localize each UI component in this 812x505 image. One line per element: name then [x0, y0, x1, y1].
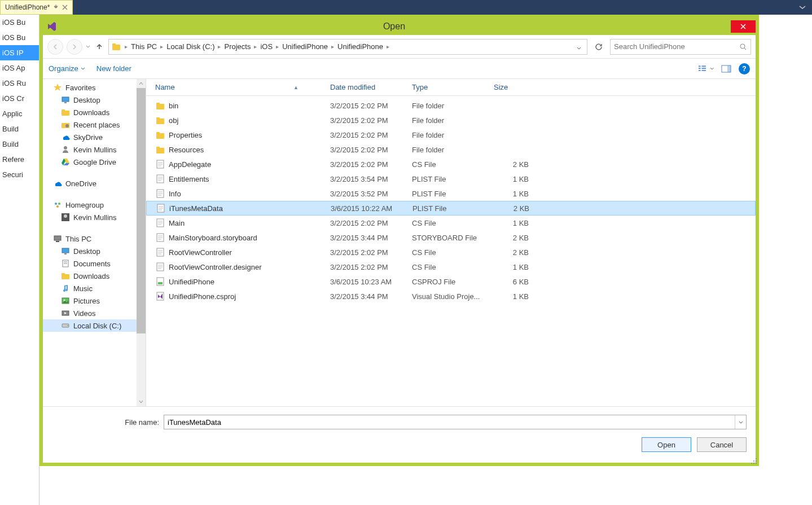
- file-row[interactable]: iTunesMetaData3/6/2015 10:22 AMPLIST Fil…: [146, 201, 756, 216]
- search-input[interactable]: [614, 42, 739, 51]
- dialog-bottom-bar: File name: Open Cancel: [43, 406, 756, 463]
- forward-button[interactable]: [67, 39, 82, 55]
- tree-group-header[interactable]: This PC: [43, 232, 146, 245]
- vs-sidebar-item[interactable]: Build: [0, 121, 39, 137]
- file-row[interactable]: UnifiediPhone.csproj3/2/2015 3:44 PMVisu…: [146, 289, 756, 304]
- search-box[interactable]: [610, 39, 751, 55]
- chevron-right-icon[interactable]: ▸: [330, 43, 335, 50]
- breadcrumb-segment[interactable]: UnifiediPhone: [335, 42, 385, 51]
- pin-icon[interactable]: [53, 5, 59, 10]
- tree-item[interactable]: Videos: [43, 307, 146, 319]
- vs-sidebar-item[interactable]: iOS Bu: [0, 30, 39, 45]
- vs-sidebar-item[interactable]: Securi: [0, 167, 39, 182]
- view-mode-button[interactable]: [698, 63, 714, 75]
- breadcrumb-segment[interactable]: Projects: [222, 42, 253, 51]
- file-type-cell: File folder: [407, 102, 489, 110]
- tree-item[interactable]: Desktop: [43, 245, 146, 257]
- file-row[interactable]: bin3/2/2015 2:02 PMFile folder: [146, 98, 756, 113]
- vs-sidebar-item[interactable]: Refere: [0, 152, 39, 167]
- file-row[interactable]: UnifiediPhone3/6/2015 10:23 AMCSPROJ Fil…: [146, 274, 756, 289]
- dialog-close-button[interactable]: [731, 20, 756, 33]
- tree-group-header[interactable]: Favorites: [43, 81, 146, 94]
- tree-scrollbar[interactable]: [137, 79, 146, 406]
- cancel-button[interactable]: Cancel: [697, 437, 747, 452]
- chevron-right-icon[interactable]: ▸: [217, 43, 222, 50]
- scroll-down-icon[interactable]: [137, 397, 146, 406]
- close-tab-icon[interactable]: [62, 5, 68, 10]
- vs-sidebar-item[interactable]: iOS Ap: [0, 60, 39, 76]
- scrollbar-thumb[interactable]: [137, 88, 146, 333]
- tree-group-header[interactable]: OneDrive: [43, 177, 146, 190]
- breadcrumb-segment[interactable]: UnifiediPhone: [280, 42, 330, 51]
- vs-sidebar-item[interactable]: iOS Bu: [0, 15, 39, 30]
- chevron-right-icon[interactable]: ▸: [253, 43, 258, 50]
- vs-sidebar-item[interactable]: iOS Cr: [0, 91, 39, 106]
- tree-group-header[interactable]: Homegroup: [43, 199, 146, 211]
- column-date[interactable]: Date modified: [326, 83, 407, 91]
- chevron-right-icon[interactable]: ▸: [159, 43, 164, 50]
- svg-rect-1: [112, 43, 116, 46]
- file-row[interactable]: Info3/2/2015 3:52 PMPLIST File1 KB: [146, 186, 756, 201]
- back-button[interactable]: [47, 39, 63, 55]
- chevron-right-icon[interactable]: ▸: [385, 43, 390, 50]
- open-button[interactable]: Open: [642, 437, 691, 452]
- svg-rect-25: [62, 248, 69, 253]
- tree-item[interactable]: Music: [43, 282, 146, 295]
- file-row[interactable]: RootViewController.designer3/2/2015 2:02…: [146, 260, 756, 274]
- tree-item[interactable]: Downloads: [43, 106, 146, 118]
- tree-item[interactable]: Desktop: [43, 94, 146, 106]
- file-row[interactable]: Resources3/2/2015 2:02 PMFile folder: [146, 142, 756, 157]
- help-button[interactable]: ?: [739, 63, 750, 74]
- file-name-cell: Main: [151, 218, 326, 228]
- preview-pane-button[interactable]: [718, 63, 734, 75]
- organize-button[interactable]: Organize: [49, 64, 85, 73]
- file-date-cell: 3/2/2015 2:02 PM: [326, 248, 407, 257]
- breadcrumb-segment[interactable]: Local Disk (C:): [164, 42, 217, 51]
- file-row[interactable]: RootViewController3/2/2015 2:02 PMCS Fil…: [146, 245, 756, 260]
- column-type[interactable]: Type: [407, 83, 489, 91]
- vs-sidebar-item[interactable]: iOS IP: [0, 45, 39, 60]
- chevron-right-icon[interactable]: ▸: [275, 43, 280, 50]
- chevron-right-icon[interactable]: ▸: [124, 43, 129, 50]
- up-button[interactable]: [94, 41, 105, 52]
- svg-point-20: [56, 205, 59, 208]
- file-row[interactable]: Main3/2/2015 2:02 PMCS File1 KB: [146, 216, 756, 230]
- new-folder-button[interactable]: New folder: [96, 64, 131, 73]
- filename-dropdown[interactable]: [735, 415, 746, 429]
- tree-item[interactable]: Recent places: [43, 118, 146, 131]
- column-size[interactable]: Size: [489, 83, 540, 91]
- tree-item[interactable]: Kevin Mullins: [43, 211, 146, 223]
- tab-dropdown-icon[interactable]: [798, 5, 806, 10]
- vs-sidebar-item[interactable]: iOS Ru: [0, 76, 39, 91]
- breadcrumb-bar[interactable]: ▸ This PC▸Local Disk (C:)▸Projects▸iOS▸U…: [108, 39, 587, 55]
- file-row[interactable]: obj3/2/2015 2:02 PMFile folder: [146, 113, 756, 128]
- tree-item[interactable]: Google Drive: [43, 156, 146, 168]
- svg-rect-7: [702, 68, 706, 69]
- file-row[interactable]: AppDelegate3/2/2015 2:02 PMCS File2 KB: [146, 157, 756, 172]
- document-tab[interactable]: UnifiediPhone*: [0, 0, 73, 15]
- dialog-titlebar[interactable]: Open: [43, 18, 756, 35]
- refresh-button[interactable]: [591, 39, 607, 55]
- tree-item[interactable]: Pictures: [43, 295, 146, 307]
- file-date-cell: 3/2/2015 3:54 PM: [326, 175, 407, 183]
- filename-input[interactable]: [164, 415, 735, 429]
- tree-item[interactable]: SkyDrive: [43, 131, 146, 143]
- breadcrumb-segment[interactable]: iOS: [258, 42, 275, 51]
- breadcrumb-dropdown[interactable]: [573, 42, 585, 52]
- tree-item[interactable]: Downloads: [43, 270, 146, 282]
- resize-grip-icon[interactable]: [750, 457, 758, 465]
- forward-arrow-icon: [71, 43, 78, 50]
- nav-history-dropdown-icon[interactable]: [86, 45, 90, 49]
- tab-bar: UnifiediPhone*: [0, 0, 812, 15]
- breadcrumb-segment[interactable]: This PC: [129, 42, 159, 51]
- file-row[interactable]: MainStoryboard.storyboard3/2/2015 3:44 P…: [146, 230, 756, 245]
- tree-item[interactable]: Local Disk (C:): [43, 319, 146, 332]
- column-name[interactable]: Name ▲: [151, 83, 326, 91]
- file-row[interactable]: Properties3/2/2015 2:02 PMFile folder: [146, 128, 756, 142]
- vs-sidebar-item[interactable]: Applic: [0, 106, 39, 121]
- tree-item[interactable]: Kevin Mullins: [43, 143, 146, 156]
- file-row[interactable]: Entitlements3/2/2015 3:54 PMPLIST File1 …: [146, 172, 756, 186]
- tree-item[interactable]: Documents: [43, 257, 146, 270]
- scroll-up-icon[interactable]: [137, 79, 146, 88]
- vs-sidebar-item[interactable]: Build: [0, 137, 39, 152]
